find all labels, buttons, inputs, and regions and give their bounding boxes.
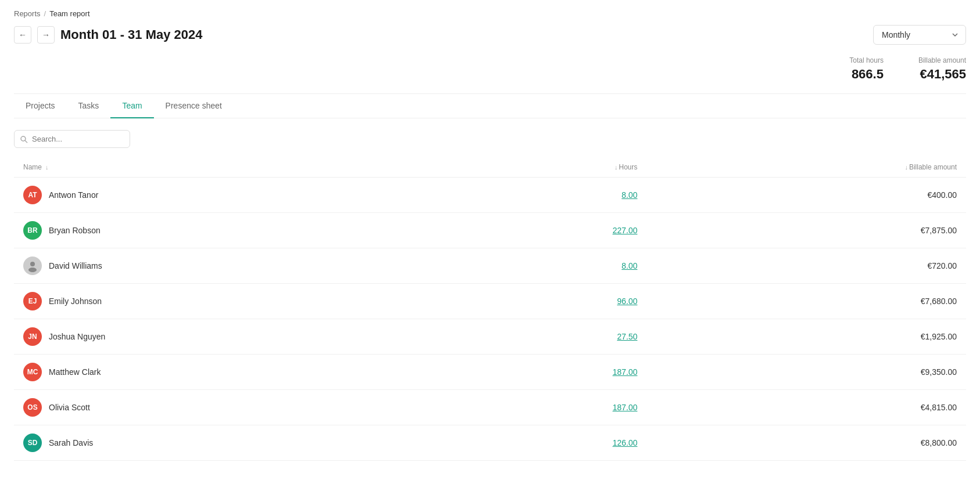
hours-cell: 96.00 xyxy=(455,284,647,319)
breadcrumb-parent[interactable]: Reports xyxy=(14,9,41,18)
avatar: EJ xyxy=(23,292,42,310)
hours-cell: 8.00 xyxy=(455,178,647,213)
total-hours-value: 866.5 xyxy=(849,67,884,82)
tab-projects[interactable]: Projects xyxy=(14,94,67,118)
person-cell: MCMatthew Clark xyxy=(23,363,446,381)
col-billable[interactable]: ↓ Billable amount xyxy=(647,157,966,178)
person-name: Antwon Tanor xyxy=(49,190,98,200)
page-wrapper: Reports / Team report ← → Month 01 - 31 … xyxy=(0,0,980,470)
person-name: Emily Johnson xyxy=(49,297,102,306)
table-row: David Williams8.00€720.00 xyxy=(14,248,966,284)
hours-link[interactable]: 27.50 xyxy=(617,332,637,341)
avatar xyxy=(23,257,42,275)
name-cell: David Williams xyxy=(14,248,455,284)
name-cell: EJEmily Johnson xyxy=(14,284,455,319)
hours-cell: 187.00 xyxy=(455,355,647,390)
hours-cell: 187.00 xyxy=(455,390,647,425)
col-hours[interactable]: ↓ Hours xyxy=(455,157,647,178)
billable-amount-label: Billable amount xyxy=(918,56,966,64)
billable-cell: €4,815.00 xyxy=(647,390,966,425)
table-row: BRBryan Robson227.00€7,875.00 xyxy=(14,213,966,248)
hours-link[interactable]: 227.00 xyxy=(612,226,637,235)
hours-link[interactable]: 187.00 xyxy=(612,403,637,412)
next-period-button[interactable]: → xyxy=(37,26,55,44)
name-cell: ATAntwon Tanor xyxy=(14,178,455,213)
breadcrumb-current: Team report xyxy=(49,9,89,18)
sort-icon-hours: ↓ xyxy=(615,164,618,171)
hours-link[interactable]: 8.00 xyxy=(622,190,637,200)
tab-presence-sheet[interactable]: Presence sheet xyxy=(154,94,234,118)
header-row: ← → Month 01 - 31 May 2024 Daily Weekly … xyxy=(14,25,966,45)
svg-point-1 xyxy=(28,268,37,272)
billable-amount-value: €41,565 xyxy=(918,67,966,82)
hours-link[interactable]: 96.00 xyxy=(617,297,637,306)
table-row: ATAntwon Tanor8.00€400.00 xyxy=(14,178,966,213)
person-name: Olivia Scott xyxy=(49,403,90,412)
billable-cell: €400.00 xyxy=(647,178,966,213)
billable-cell: €8,800.00 xyxy=(647,425,966,461)
table-row: EJEmily Johnson96.00€7,680.00 xyxy=(14,284,966,319)
tabs: Projects Tasks Team Presence sheet xyxy=(14,94,966,118)
table-header-row: Name ↓ ↓ Hours ↓ Billable amount xyxy=(14,157,966,178)
person-name: Bryan Robson xyxy=(49,226,100,235)
table-row: OSOlivia Scott187.00€4,815.00 xyxy=(14,390,966,425)
total-hours-label: Total hours xyxy=(849,56,884,64)
name-cell: JNJoshua Nguyen xyxy=(14,319,455,355)
name-cell: OSOlivia Scott xyxy=(14,390,455,425)
header-left: ← → Month 01 - 31 May 2024 xyxy=(14,26,203,44)
total-hours-summary: Total hours 866.5 xyxy=(849,56,884,82)
hours-cell: 126.00 xyxy=(455,425,647,461)
name-cell: SDSarah Davis xyxy=(14,425,455,461)
person-cell: SDSarah Davis xyxy=(23,434,446,452)
avatar: BR xyxy=(23,221,42,240)
tab-tasks[interactable]: Tasks xyxy=(67,94,111,118)
breadcrumb: Reports / Team report xyxy=(14,9,966,18)
table-row: MCMatthew Clark187.00€9,350.00 xyxy=(14,355,966,390)
billable-cell: €7,875.00 xyxy=(647,213,966,248)
prev-period-button[interactable]: ← xyxy=(14,26,31,44)
summary-row: Total hours 866.5 Billable amount €41,56… xyxy=(14,49,966,94)
person-cell: EJEmily Johnson xyxy=(23,292,446,310)
table-row: SDSarah Davis126.00€8,800.00 xyxy=(14,425,966,461)
svg-point-0 xyxy=(30,262,35,266)
billable-cell: €720.00 xyxy=(647,248,966,284)
avatar: AT xyxy=(23,186,42,204)
person-cell: OSOlivia Scott xyxy=(23,398,446,417)
hours-link[interactable]: 8.00 xyxy=(622,261,637,270)
person-cell: BRBryan Robson xyxy=(23,221,446,240)
billable-cell: €9,350.00 xyxy=(647,355,966,390)
hours-cell: 27.50 xyxy=(455,319,647,355)
person-cell: JNJoshua Nguyen xyxy=(23,327,446,346)
hours-cell: 8.00 xyxy=(455,248,647,284)
avatar: JN xyxy=(23,327,42,346)
table-body: ATAntwon Tanor8.00€400.00BRBryan Robson2… xyxy=(14,178,966,461)
person-name: Joshua Nguyen xyxy=(49,332,105,341)
avatar: OS xyxy=(23,398,42,417)
period-select[interactable]: Daily Weekly Monthly Yearly xyxy=(873,25,966,45)
person-name: Sarah Davis xyxy=(49,438,93,447)
avatar: SD xyxy=(23,434,42,452)
search-input[interactable] xyxy=(14,130,130,148)
hours-link[interactable]: 187.00 xyxy=(612,367,637,377)
tab-team[interactable]: Team xyxy=(110,94,153,118)
col-name[interactable]: Name ↓ xyxy=(14,157,455,178)
person-name: Matthew Clark xyxy=(49,367,100,377)
person-name: David Williams xyxy=(49,261,102,270)
table-header: Name ↓ ↓ Hours ↓ Billable amount xyxy=(14,157,966,178)
hours-cell: 227.00 xyxy=(455,213,647,248)
sort-icon-name: ↓ xyxy=(45,164,49,171)
page-title: Month 01 - 31 May 2024 xyxy=(60,27,203,42)
sort-icon-billable: ↓ xyxy=(904,164,908,171)
billable-cell: €1,925.00 xyxy=(647,319,966,355)
hours-link[interactable]: 126.00 xyxy=(612,438,637,447)
search-wrapper xyxy=(14,130,966,148)
billable-amount-summary: Billable amount €41,565 xyxy=(918,56,966,82)
table-row: JNJoshua Nguyen27.50€1,925.00 xyxy=(14,319,966,355)
billable-cell: €7,680.00 xyxy=(647,284,966,319)
name-cell: BRBryan Robson xyxy=(14,213,455,248)
breadcrumb-separator: / xyxy=(44,9,46,18)
avatar: MC xyxy=(23,363,42,381)
name-cell: MCMatthew Clark xyxy=(14,355,455,390)
team-table: Name ↓ ↓ Hours ↓ Billable amount xyxy=(14,157,966,461)
person-cell: David Williams xyxy=(23,257,446,275)
